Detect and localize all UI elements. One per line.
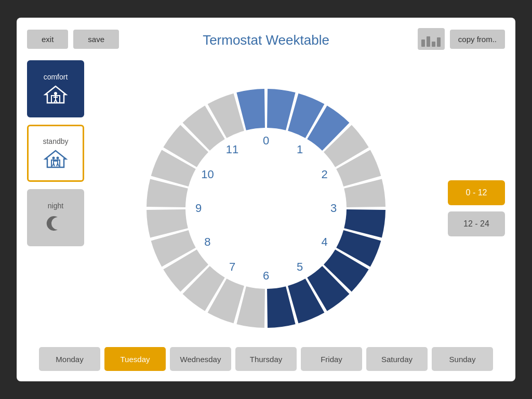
clock-number-2: 2	[321, 168, 327, 181]
clock-number-9: 9	[195, 202, 202, 215]
time-range-0-12[interactable]: 0 - 12	[448, 180, 505, 205]
day-button-tuesday[interactable]: Tuesday	[104, 347, 166, 371]
time-range-12-24[interactable]: 12 - 24	[448, 211, 505, 236]
night-label: night	[48, 202, 63, 210]
exit-button[interactable]: exit	[27, 30, 68, 49]
mode-panel: comfort standby	[27, 60, 84, 246]
header: exit save Termostat Weektable copy from.…	[27, 28, 505, 50]
standby-icon	[43, 149, 68, 169]
chart-icon-button[interactable]	[418, 28, 445, 50]
clock-numbers: 01234567891011	[136, 78, 396, 338]
clock-number-4: 4	[321, 235, 327, 249]
bar1	[421, 39, 425, 47]
clock-number-3: 3	[330, 202, 337, 215]
standby-label: standby	[43, 137, 68, 145]
bar2	[427, 36, 430, 47]
svg-point-10	[52, 157, 55, 159]
day-button-monday[interactable]: Monday	[39, 347, 100, 371]
bar3	[432, 42, 435, 47]
page-title: Termostat Weektable	[203, 32, 329, 48]
save-button[interactable]: save	[73, 30, 119, 49]
bar4	[437, 37, 441, 47]
clock-number-6: 6	[263, 269, 269, 283]
clock-number-10: 10	[201, 168, 214, 181]
header-right-buttons: copy from..	[418, 28, 505, 50]
comfort-label: comfort	[44, 73, 68, 81]
clock-number-5: 5	[297, 260, 303, 274]
night-icon	[43, 213, 68, 234]
header-left-buttons: exit save	[27, 30, 119, 49]
days-bar: MondayTuesdayWednesdayThursdayFridaySatu…	[27, 347, 505, 371]
comfort-icon	[43, 84, 68, 105]
night-mode-button[interactable]: night	[27, 189, 84, 246]
svg-point-2	[54, 92, 57, 95]
copy-from-button[interactable]: copy from..	[450, 30, 505, 49]
clock-number-7: 7	[229, 260, 235, 274]
time-range-panel: 0 - 12 12 - 24	[448, 180, 505, 236]
day-button-saturday[interactable]: Saturday	[366, 347, 428, 371]
comfort-mode-button[interactable]: comfort	[27, 60, 84, 117]
main-area: comfort standby	[27, 60, 505, 356]
day-button-friday[interactable]: Friday	[301, 347, 362, 371]
app-container: exit save Termostat Weektable copy from.…	[17, 18, 515, 381]
svg-line-17	[58, 163, 59, 166]
svg-point-9	[57, 157, 59, 159]
svg-marker-7	[45, 151, 66, 167]
standby-mode-button[interactable]: standby	[27, 125, 84, 182]
clock-number-0: 0	[263, 134, 269, 148]
bottom-area: MondayTuesdayWednesdayThursdayFridaySatu…	[27, 340, 505, 371]
day-button-thursday[interactable]: Thursday	[235, 347, 297, 371]
day-button-wednesday[interactable]: Wednesday	[170, 347, 231, 371]
clock-number-8: 8	[204, 235, 210, 249]
clock-number-1: 1	[297, 143, 303, 156]
clock-ring: 01234567891011	[136, 78, 396, 338]
clock-number-11: 11	[226, 143, 238, 156]
day-button-sunday[interactable]: Sunday	[432, 347, 493, 371]
svg-line-15	[54, 163, 55, 166]
